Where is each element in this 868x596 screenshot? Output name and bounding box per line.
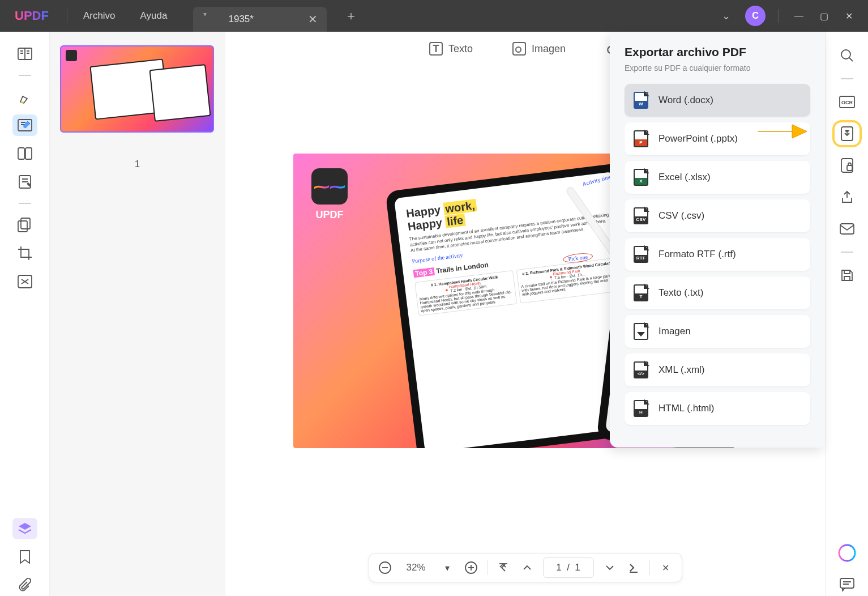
export-option-label: HTML (.html) xyxy=(659,403,715,414)
insert-image-label: Imagen xyxy=(532,43,566,55)
export-option-word[interactable]: W Word (.docx) xyxy=(625,84,810,117)
export-option-label: Excel (.xlsx) xyxy=(659,172,711,183)
separator xyxy=(778,9,779,23)
tab-title: 1935* xyxy=(228,14,253,25)
insert-text-label: Texto xyxy=(448,43,473,55)
export-pdf-icon[interactable] xyxy=(835,122,860,145)
insert-image-button[interactable]: Imagen xyxy=(512,42,566,56)
redact-tool-icon[interactable] xyxy=(12,271,37,292)
protect-pdf-icon[interactable] xyxy=(835,154,860,177)
edit-toolbar: Texto Imagen ⚲ xyxy=(429,42,619,56)
export-option-label: Imagen xyxy=(659,326,691,337)
text-icon xyxy=(429,42,443,56)
pin-icon: ▾ xyxy=(203,10,207,18)
export-option-powerpoint[interactable]: P PowerPoint (.pptx) xyxy=(625,122,810,155)
xml-file-icon: </> xyxy=(634,361,648,378)
toolbar-divider xyxy=(19,203,31,204)
window-minimize-icon[interactable]: — xyxy=(791,11,807,21)
page-number-input[interactable] xyxy=(543,557,594,578)
csv-file-icon: CSV xyxy=(634,207,648,224)
document-canvas: Texto Imagen ⚲ ⁓⁓ UPDF Happy work, Happy… xyxy=(225,32,825,596)
first-page-button[interactable] xyxy=(495,560,511,576)
crop-tool-icon[interactable] xyxy=(12,242,37,264)
user-avatar[interactable]: C xyxy=(745,6,766,26)
menu-ayuda[interactable]: Ayuda xyxy=(128,10,180,22)
titlebar: UPDF Archivo Ayuda ▾ 1935* ✕ ＋ ⌄ C — ▢ ✕ xyxy=(0,0,868,32)
prev-page-button[interactable] xyxy=(519,560,535,576)
excel-file-icon: X xyxy=(634,169,648,186)
titlebar-right: ⌄ C — ▢ ✕ xyxy=(705,0,868,32)
right-toolbar: OCR xyxy=(825,32,868,596)
page-thumbnail-1[interactable] xyxy=(60,45,214,133)
export-option-xml[interactable]: </> XML (.xml) xyxy=(625,354,810,386)
page-controls: 32% ▾ ✕ xyxy=(369,553,682,582)
reader-mode-icon[interactable] xyxy=(12,43,37,65)
export-option-excel[interactable]: X Excel (.xlsx) xyxy=(625,161,810,194)
separator xyxy=(649,560,650,575)
export-option-label: Texto (.txt) xyxy=(659,287,703,299)
toolbar-divider xyxy=(841,252,853,253)
svg-rect-16 xyxy=(840,224,854,234)
pages-tool-icon[interactable] xyxy=(12,143,37,164)
toolbar-divider xyxy=(19,75,31,76)
copy-pages-icon[interactable] xyxy=(12,214,37,236)
menu-archivo[interactable]: Archivo xyxy=(71,10,128,22)
layers-icon[interactable] xyxy=(12,518,37,539)
share-icon[interactable] xyxy=(835,186,860,208)
export-option-label: Formato RTF (.rtf) xyxy=(659,249,736,260)
separator xyxy=(487,560,488,575)
ai-assistant-icon[interactable] xyxy=(835,542,860,564)
save-icon[interactable] xyxy=(835,264,860,287)
left-toolbar xyxy=(0,32,50,596)
export-option-label: PowerPoint (.pptx) xyxy=(659,133,738,144)
tabs-dropdown-icon[interactable]: ⌄ xyxy=(716,6,736,25)
toolbar-divider xyxy=(841,78,853,79)
zoom-value: 32% xyxy=(401,562,431,573)
export-option-rtf[interactable]: RTF Formato RTF (.rtf) xyxy=(625,238,810,271)
word-file-icon: W xyxy=(634,92,648,109)
new-tab-button[interactable]: ＋ xyxy=(338,4,364,28)
zoom-dropdown-icon[interactable]: ▾ xyxy=(439,560,455,576)
zoom-out-button[interactable] xyxy=(377,560,393,576)
svg-point-10 xyxy=(841,50,850,59)
image-icon xyxy=(512,42,526,56)
zoom-in-button[interactable] xyxy=(463,560,479,576)
window-close-icon[interactable]: ✕ xyxy=(841,11,857,22)
bookmark-icon[interactable] xyxy=(12,546,37,568)
svg-rect-5 xyxy=(21,218,30,229)
comments-icon[interactable] xyxy=(835,573,860,596)
form-tool-icon[interactable] xyxy=(12,171,37,193)
export-option-label: CSV (.csv) xyxy=(659,210,704,222)
close-pager-button[interactable]: ✕ xyxy=(658,560,674,576)
html-file-icon: H xyxy=(634,400,648,417)
export-subtitle: Exporte su PDF a cualquier formato xyxy=(625,63,810,73)
last-page-button[interactable] xyxy=(626,560,642,576)
app-logo: UPDF xyxy=(0,8,63,23)
insert-text-button[interactable]: Texto xyxy=(429,42,473,56)
powerpoint-file-icon: P xyxy=(634,130,648,147)
next-page-button[interactable] xyxy=(602,560,618,576)
highlighter-tool-icon[interactable] xyxy=(12,86,37,108)
export-option-html[interactable]: H HTML (.html) xyxy=(625,392,810,425)
window-maximize-icon[interactable]: ▢ xyxy=(816,11,832,22)
attachment-icon[interactable] xyxy=(12,574,37,596)
export-option-image[interactable]: Imagen xyxy=(625,315,810,348)
export-title: Exportar archivo PDF xyxy=(625,45,810,59)
image-file-icon xyxy=(634,323,648,340)
txt-file-icon: T xyxy=(634,284,648,301)
svg-rect-15 xyxy=(847,165,852,171)
rtf-file-icon: RTF xyxy=(634,246,648,263)
svg-rect-6 xyxy=(18,221,27,232)
email-icon[interactable] xyxy=(835,218,860,240)
thumbnails-panel: 1 xyxy=(50,32,225,596)
document-tab[interactable]: ▾ 1935* ✕ xyxy=(193,7,326,32)
page-brand: ⁓⁓ UPDF xyxy=(311,168,348,221)
export-option-txt[interactable]: T Texto (.txt) xyxy=(625,276,810,309)
svg-rect-2 xyxy=(18,148,24,159)
search-icon[interactable] xyxy=(835,44,860,67)
edit-tool-icon[interactable] xyxy=(12,114,37,136)
export-option-csv[interactable]: CSV CSV (.csv) xyxy=(625,199,810,232)
separator xyxy=(67,9,67,23)
tab-close-icon[interactable]: ✕ xyxy=(308,12,318,26)
ocr-icon[interactable]: OCR xyxy=(835,91,860,113)
